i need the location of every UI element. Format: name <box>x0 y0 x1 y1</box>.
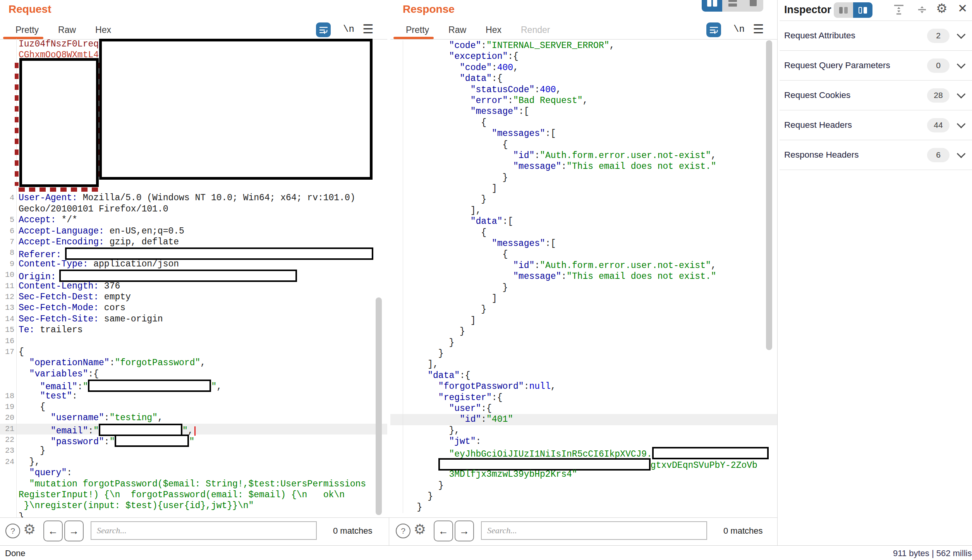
code-line: 15Te: trailers <box>0 325 387 335</box>
code-token: "messages" <box>492 129 545 139</box>
tab-render[interactable]: Render <box>521 25 550 35</box>
next-match-button[interactable]: → <box>455 520 474 541</box>
chevron-down-icon[interactable] <box>957 149 966 158</box>
line-number <box>390 359 403 370</box>
chevron-down-icon[interactable] <box>957 60 966 69</box>
redacted-text-fragments <box>19 187 98 192</box>
chevron-down-icon[interactable] <box>957 120 966 129</box>
code-token: } <box>406 194 486 204</box>
code-token: : <box>72 391 77 401</box>
redaction-box <box>99 39 373 180</box>
tab-raw[interactable]: Raw <box>448 25 466 35</box>
code-token: "password" <box>51 437 104 447</box>
inspector-section-response-headers[interactable]: Response Headers6 <box>780 140 972 170</box>
redaction-box <box>438 458 651 471</box>
code-token: RegisterInput!) {\n forgotPassword(email… <box>19 490 345 500</box>
code-token: application/json <box>88 259 179 269</box>
hamburger-menu-icon[interactable]: ☰ <box>753 22 764 36</box>
inspector-section-request-headers[interactable]: Request Headers44 <box>780 110 972 140</box>
code-token: , <box>711 151 716 161</box>
dock-right-icon[interactable] <box>853 2 872 18</box>
code-line: 24 }, <box>0 457 387 467</box>
search-input[interactable] <box>481 521 707 540</box>
next-match-button[interactable]: → <box>64 520 84 541</box>
line-number <box>0 61 17 72</box>
code-token: } <box>406 326 465 337</box>
line-number <box>390 403 403 414</box>
code-token: "This email does not exist." <box>567 271 716 282</box>
code-token: "Auth.form.error.user.not-exist" <box>540 261 711 271</box>
code-token <box>406 271 513 282</box>
collapse-all-icon[interactable] <box>916 4 928 17</box>
help-icon[interactable]: ? <box>396 524 410 538</box>
code-line: ] <box>390 315 778 326</box>
code-token: { <box>406 228 486 238</box>
close-icon[interactable]: ✕ <box>958 2 967 15</box>
chevron-down-icon[interactable] <box>957 30 966 39</box>
response-scrollbar[interactable] <box>766 40 772 350</box>
code-token: : <box>492 63 497 73</box>
code-token: { <box>406 118 486 128</box>
rows-layout-icon[interactable] <box>722 0 743 12</box>
line-number <box>0 500 17 511</box>
help-icon[interactable]: ? <box>5 524 20 538</box>
code-token: ] <box>406 316 476 326</box>
gear-icon[interactable]: ⚙ <box>23 521 36 538</box>
code-token: cors <box>99 303 125 313</box>
dock-left-icon[interactable] <box>834 2 853 18</box>
code-token: :[ <box>519 107 529 117</box>
code-line: 10Origin: <box>0 270 387 280</box>
code-line: gtxvDEqnSVuPbY-2ZoVb <box>390 458 778 469</box>
gear-icon[interactable]: ⚙ <box>414 521 426 538</box>
code-line: Gecko/20100101 Firefox/101.0 <box>0 204 387 215</box>
search-input[interactable] <box>91 521 317 540</box>
request-search-bar: ? ⚙ ← → 0 matches <box>0 520 387 545</box>
inspector-section-request-attributes[interactable]: Request Attributes2 <box>780 21 972 51</box>
request-panel-title: Request <box>9 3 51 15</box>
code-token: Sec-Fetch-Dest: <box>19 292 99 302</box>
single-pane-icon[interactable] <box>743 0 763 12</box>
status-bar: Done 911 bytes | 562 millis <box>0 545 972 560</box>
response-size-time: 911 bytes | 562 millis <box>893 548 972 558</box>
previous-match-button[interactable]: ← <box>434 520 453 541</box>
code-line: } <box>390 282 778 293</box>
inspector-section-request-cookies[interactable]: Request Cookies28 <box>780 81 972 110</box>
word-wrap-icon[interactable] <box>706 22 721 37</box>
show-newlines-icon[interactable]: \n <box>343 24 354 34</box>
code-token: :{ <box>508 52 519 62</box>
previous-match-button[interactable]: ← <box>43 520 63 541</box>
columns-layout-icon[interactable] <box>702 0 722 12</box>
tab-pretty[interactable]: Pretty <box>406 25 429 35</box>
line-number <box>390 502 403 513</box>
line-number: 11 <box>0 281 17 292</box>
tab-hex[interactable]: Hex <box>486 25 501 35</box>
code-token: :{ <box>492 74 503 84</box>
code-token: Accept: <box>19 215 56 225</box>
show-newlines-icon[interactable]: \n <box>733 24 745 34</box>
line-number: 20 <box>0 412 17 423</box>
line-number: 19 <box>0 402 17 412</box>
code-token <box>406 52 449 62</box>
code-token: "variables" <box>29 369 88 379</box>
code-token: "jwt" <box>449 436 476 447</box>
line-number <box>0 127 17 137</box>
code-token: "401" <box>486 414 513 424</box>
expand-all-icon[interactable] <box>893 4 905 17</box>
code-token: :[ <box>545 239 556 249</box>
chevron-down-icon[interactable] <box>957 90 966 99</box>
gear-icon[interactable]: ⚙ <box>936 1 948 16</box>
code-token: 400 <box>540 85 556 95</box>
redaction-box <box>19 58 99 187</box>
code-line: } <box>390 326 778 337</box>
tab-pretty[interactable]: Pretty <box>15 25 39 35</box>
response-code-area[interactable]: "code":"INTERNAL_SERVER_ERROR", "excepti… <box>390 40 778 516</box>
code-token: : <box>534 261 540 271</box>
redaction-box <box>88 380 211 392</box>
section-label: Response Headers <box>780 150 927 160</box>
hamburger-menu-icon[interactable]: ☰ <box>362 22 374 36</box>
tab-raw[interactable]: Raw <box>58 25 76 35</box>
request-scrollbar[interactable] <box>376 297 382 515</box>
word-wrap-icon[interactable] <box>316 22 331 37</box>
tab-hex[interactable]: Hex <box>95 25 111 35</box>
inspector-section-request-query-parameters[interactable]: Request Query Parameters0 <box>780 51 972 81</box>
